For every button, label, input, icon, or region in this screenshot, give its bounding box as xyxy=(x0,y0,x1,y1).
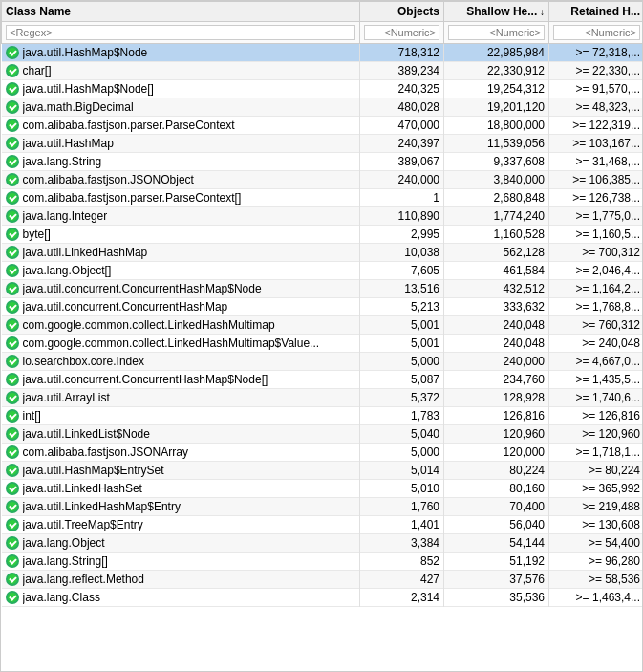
retained-heap-cell: >= 219,488 xyxy=(549,498,644,516)
gc-root-icon xyxy=(6,137,19,150)
class-name-cell: java.util.concurrent.ConcurrentHashMap xyxy=(2,298,360,316)
gc-root-icon xyxy=(6,409,19,423)
objects-cell: 5,040 xyxy=(360,425,444,444)
objects-cell: 240,397 xyxy=(360,135,444,153)
objects-filter-input[interactable] xyxy=(364,25,439,40)
gc-root-icon xyxy=(6,373,19,386)
table-row[interactable]: com.alibaba.fastjson.JSONObject240,0003,… xyxy=(2,171,644,189)
shallow-heap-cell: 18,800,000 xyxy=(444,117,549,135)
retained-heap-cell: >= 700,312 xyxy=(549,244,644,262)
objects-header[interactable]: Objects xyxy=(360,2,444,22)
shallow-heap-cell: 9,337,608 xyxy=(444,153,549,171)
class-name-cell: com.alibaba.fastjson.parser.ParseContext xyxy=(2,117,360,135)
table-row[interactable]: byte[]2,9951,160,528>= 1,160,5... xyxy=(2,226,644,244)
table-row[interactable]: com.alibaba.fastjson.parser.ParseContext… xyxy=(2,117,644,135)
table-row[interactable]: com.google.common.collect.LinkedHashMult… xyxy=(2,335,644,353)
shallow-heap-cell: 3,840,000 xyxy=(444,171,549,189)
retained-heap-cell: >= 54,400 xyxy=(549,534,644,553)
table-row[interactable]: java.lang.Object3,38454,144>= 54,400 xyxy=(2,534,644,553)
table-row[interactable]: java.util.concurrent.ConcurrentHashMap$N… xyxy=(2,280,644,298)
table-row[interactable]: com.google.common.collect.LinkedHashMult… xyxy=(2,316,644,335)
table-row[interactable]: java.util.LinkedHashSet5,01080,160>= 365… xyxy=(2,480,644,498)
retained-heap-cell: >= 106,385... xyxy=(549,171,644,189)
table-row[interactable]: java.lang.Integer110,8901,774,240>= 1,77… xyxy=(2,207,644,226)
shallow-heap-cell: 19,254,312 xyxy=(444,80,549,98)
gc-root-icon xyxy=(6,228,19,241)
class-name-header[interactable]: Class Name xyxy=(2,2,360,22)
table-row[interactable]: java.util.ArrayList5,372128,928>= 1,740,… xyxy=(2,389,644,407)
retained-heap-cell: >= 122,319... xyxy=(549,117,644,135)
table-row[interactable]: java.util.concurrent.ConcurrentHashMap$N… xyxy=(2,371,644,389)
class-name-text: java.util.LinkedHashMap xyxy=(23,246,148,259)
table-row[interactable]: java.util.concurrent.ConcurrentHashMap5,… xyxy=(2,298,644,316)
retained-heap-cell: >= 1,775,0... xyxy=(549,207,644,226)
objects-cell: 10,038 xyxy=(360,244,444,262)
table-row[interactable]: com.alibaba.fastjson.JSONArray5,000120,0… xyxy=(2,444,644,462)
gc-root-icon xyxy=(6,445,19,459)
gc-root-icon xyxy=(6,336,19,350)
retained-heap-cell: >= 4,667,0... xyxy=(549,353,644,371)
class-name-cell: java.lang.String[] xyxy=(2,553,360,571)
class-name-text: com.alibaba.fastjson.JSONObject xyxy=(23,173,194,186)
class-name-cell: io.searchbox.core.Index xyxy=(2,353,360,371)
shallow-heap-header[interactable]: Shallow He... xyxy=(444,2,549,22)
gc-root-icon xyxy=(6,518,19,531)
shallow-heap-cell: 234,760 xyxy=(444,371,549,389)
retained-heap-cell: >= 91,570,... xyxy=(549,80,644,98)
table-row[interactable]: java.util.LinkedHashMap$Entry1,76070,400… xyxy=(2,498,644,516)
class-name-cell: java.util.HashMap$EntrySet xyxy=(2,462,360,480)
shallow-heap-cell: 56,040 xyxy=(444,516,549,534)
retained-filter-input[interactable] xyxy=(553,25,640,40)
table-row[interactable]: java.util.HashMap240,39711,539,056>= 103… xyxy=(2,135,644,153)
class-name-text: java.util.TreeMap$Entry xyxy=(23,518,143,531)
table-row[interactable]: java.util.LinkedList$Node5,040120,960>= … xyxy=(2,425,644,444)
retained-heap-cell: >= 1,768,8... xyxy=(549,298,644,316)
gc-root-icon xyxy=(6,591,19,604)
table-row[interactable]: java.lang.String[]85251,192>= 96,280 xyxy=(2,553,644,571)
table-row[interactable]: java.lang.String389,0679,337,608>= 31,46… xyxy=(2,153,644,171)
objects-cell: 389,067 xyxy=(360,153,444,171)
class-name-filter-input[interactable] xyxy=(6,25,355,40)
shallow-heap-cell: 333,632 xyxy=(444,298,549,316)
table-row[interactable]: java.util.HashMap$Node718,31222,985,984>… xyxy=(2,44,644,62)
filter-row xyxy=(2,22,644,44)
gc-root-icon xyxy=(6,536,19,550)
objects-cell: 5,001 xyxy=(360,316,444,335)
gc-root-icon xyxy=(6,191,19,205)
shallow-heap-cell: 126,816 xyxy=(444,407,549,425)
gc-root-icon xyxy=(6,173,19,186)
table-row[interactable]: java.util.LinkedHashMap10,038562,128>= 7… xyxy=(2,244,644,262)
retained-heap-cell: >= 1,740,6... xyxy=(549,389,644,407)
table-row[interactable]: java.math.BigDecimal480,02819,201,120>= … xyxy=(2,98,644,117)
shallow-heap-cell: 37,576 xyxy=(444,571,549,589)
class-name-text: java.util.HashMap xyxy=(23,137,114,150)
table-row[interactable]: io.searchbox.core.Index5,000240,000>= 4,… xyxy=(2,353,644,371)
table-row[interactable]: char[]389,23422,330,912>= 22,330,... xyxy=(2,62,644,80)
gc-root-icon xyxy=(6,300,19,314)
retained-heap-header[interactable]: Retained H... xyxy=(549,2,644,22)
table-row[interactable]: java.lang.Object[]7,605461,584>= 2,046,4… xyxy=(2,262,644,280)
gc-root-icon xyxy=(6,264,19,277)
gc-root-icon xyxy=(6,318,19,332)
table-row[interactable]: com.alibaba.fastjson.parser.ParseContext… xyxy=(2,189,644,207)
table-row[interactable]: java.util.HashMap$Node[]240,32519,254,31… xyxy=(2,80,644,98)
table-row[interactable]: int[]1,783126,816>= 126,816 xyxy=(2,407,644,425)
table-row[interactable]: java.lang.Class2,31435,536>= 1,463,4... xyxy=(2,589,644,607)
class-name-text: io.searchbox.core.Index xyxy=(23,355,144,368)
shallow-filter-input[interactable] xyxy=(448,25,545,40)
retained-heap-cell: >= 1,164,2... xyxy=(549,280,644,298)
shallow-heap-cell: 562,128 xyxy=(444,244,549,262)
gc-root-icon xyxy=(6,391,19,404)
class-name-cell: java.util.HashMap$Node xyxy=(2,44,360,62)
objects-cell: 427 xyxy=(360,571,444,589)
table-row[interactable]: java.util.HashMap$EntrySet5,01480,224>= … xyxy=(2,462,644,480)
retained-heap-cell: >= 120,960 xyxy=(549,425,644,444)
table-row[interactable]: java.util.TreeMap$Entry1,40156,040>= 130… xyxy=(2,516,644,534)
class-name-cell: java.lang.Object xyxy=(2,534,360,553)
class-name-text: com.google.common.collect.LinkedHashMult… xyxy=(23,336,320,350)
objects-cell: 1,760 xyxy=(360,498,444,516)
table-row[interactable]: java.lang.reflect.Method42737,576>= 58,5… xyxy=(2,571,644,589)
gc-root-icon xyxy=(6,282,19,295)
shallow-heap-cell: 120,000 xyxy=(444,444,549,462)
class-name-cell: byte[] xyxy=(2,226,360,244)
